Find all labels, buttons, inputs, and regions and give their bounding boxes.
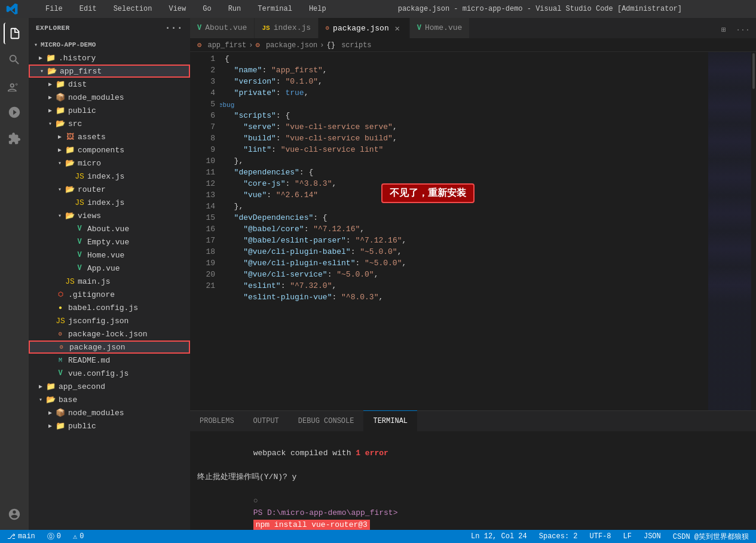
activity-account[interactable]	[4, 504, 25, 525]
sidebar-item-base-node-modules[interactable]: ▶ 📦 node_modules	[29, 406, 190, 419]
status-language[interactable]: JSON	[641, 532, 663, 541]
router-arrow: ▾	[55, 185, 65, 194]
sidebar-item-empty-vue[interactable]: ▶ V Empty.vue	[29, 235, 190, 249]
sidebar-item-micro[interactable]: ▾ 📂 micro	[29, 157, 190, 170]
status-eol[interactable]: LF	[621, 532, 634, 541]
views-arrow: ▾	[55, 211, 65, 220]
activity-explorer[interactable]	[4, 23, 25, 44]
router-label: router	[78, 185, 185, 194]
tab-problems[interactable]: PROBLEMS	[190, 410, 244, 431]
main-js-icon: JS	[65, 276, 75, 287]
sidebar-item-components[interactable]: ▶ 📁 components	[29, 143, 190, 157]
tab-index-js[interactable]: JS index.js	[255, 18, 319, 38]
sidebar-item-home-vue[interactable]: ▶ V Home.vue	[29, 249, 190, 262]
status-encoding[interactable]: UTF-8	[587, 532, 614, 541]
components-label: components	[78, 146, 185, 155]
code-line-5: "scripts": {	[225, 110, 708, 121]
sidebar-item-base[interactable]: ▾ 📂 base	[29, 393, 190, 406]
sidebar-item-babel[interactable]: ▶ ● babel.config.js	[29, 301, 190, 314]
line-num-15: 15	[190, 212, 215, 223]
tab-package-json[interactable]: ⚙ package.json ✕	[319, 18, 410, 38]
jsconfig-label: jsconfig.json	[68, 317, 185, 326]
sidebar-item-views[interactable]: ▾ 📂 views	[29, 209, 190, 222]
tab-home-vue-label: Home.vue	[425, 23, 462, 32]
sidebar-item-package-json[interactable]: ▶ ⚙ package.json	[29, 340, 190, 354]
menu-help[interactable]: Help	[305, 4, 330, 14]
more-actions-button[interactable]: ···	[734, 22, 751, 38]
app-second-label: app_second	[59, 382, 185, 391]
split-editor-button[interactable]: ⊞	[715, 22, 732, 38]
code-line-10: "dependencies": {	[225, 167, 708, 178]
terminal-content[interactable]: webpack compiled with 1 error 终止批处理操作吗(Y…	[190, 432, 756, 530]
sidebar-item-vue-config[interactable]: ▶ V vue.config.js	[29, 367, 190, 380]
tab-output[interactable]: OUTPUT	[244, 410, 289, 431]
tree-root[interactable]: ▾ MICRO-APP-DEMO	[29, 38, 190, 51]
sidebar-item-node-modules[interactable]: ▶ 📦 node_modules	[29, 91, 190, 104]
sidebar-more-button[interactable]: ···	[165, 23, 183, 33]
tab-package-json-close[interactable]: ✕	[393, 23, 402, 33]
breadcrumb-app-first[interactable]: ⚙ app_first	[197, 41, 246, 50]
terminal-line-1: webpack compiled with 1 error	[197, 435, 749, 471]
status-warnings[interactable]: ⚠ 0	[71, 532, 86, 541]
sidebar-item-history[interactable]: ▶ 📁 .history	[29, 51, 190, 65]
status-position[interactable]: Ln 12, Col 24	[469, 532, 529, 541]
package-lock-icon: ⚙	[55, 329, 66, 339]
sidebar-item-micro-index[interactable]: ▶ JS index.js	[29, 170, 190, 183]
app-first-label: app_first	[60, 67, 184, 76]
sidebar-item-about-vue[interactable]: ▶ V About.vue	[29, 222, 190, 235]
sidebar-item-app-vue[interactable]: ▶ V App.vue	[29, 262, 190, 275]
status-branch[interactable]: ⎇ main	[5, 532, 38, 541]
tab-home-vue[interactable]: V Home.vue	[410, 18, 470, 38]
tab-about-vue[interactable]: V About.vue	[190, 18, 255, 38]
tab-home-vue-icon: V	[417, 24, 421, 32]
menu-run[interactable]: Run	[225, 4, 245, 14]
minimap-canvas	[708, 52, 756, 410]
views-label: views	[78, 211, 185, 220]
watermark-text: CSDN @笑到世界都狼狈	[673, 532, 749, 542]
node-modules-label: node_modules	[68, 93, 185, 102]
sidebar-item-public[interactable]: ▶ 📁 public	[29, 104, 190, 117]
tab-debug-console[interactable]: DEBUG CONSOLE	[289, 410, 364, 431]
line-num-9: 9	[190, 144, 215, 155]
sidebar-item-assets[interactable]: ▶ 🖼 assets	[29, 130, 190, 143]
code-line-17: "@vue/cli-plugin-babel": "~5.0.0",	[225, 246, 708, 257]
sidebar-item-jsconfig[interactable]: ▶ JS jsconfig.json	[29, 314, 190, 327]
code-line-2: "name": "app_first",	[225, 65, 708, 76]
menu-terminal[interactable]: Terminal	[254, 4, 296, 14]
menu-edit[interactable]: Edit	[76, 4, 100, 14]
content-area: V About.vue JS index.js ⚙ package.json ✕…	[190, 18, 756, 530]
breadcrumb-package-json[interactable]: ⚙ package.json	[255, 41, 317, 50]
status-spaces[interactable]: Spaces: 2	[537, 532, 580, 541]
sidebar-item-gitignore[interactable]: ▶ ⬡ .gitignore	[29, 288, 190, 301]
sidebar-item-package-lock[interactable]: ▶ ⚙ package-lock.json	[29, 327, 190, 340]
breadcrumb-sep-1: ›	[249, 41, 253, 50]
line-num-1: 1	[190, 53, 215, 65]
sidebar-item-dist[interactable]: ▶ 📁 dist	[29, 78, 190, 91]
tab-terminal[interactable]: TERMINAL	[363, 410, 417, 431]
sidebar-item-app-second[interactable]: ▶ 📁 app_second	[29, 380, 190, 393]
menu-selection[interactable]: Selection	[110, 4, 156, 14]
sidebar-item-base-public[interactable]: ▶ 📁 public	[29, 419, 190, 432]
menu-file[interactable]: File	[42, 4, 66, 14]
sidebar-item-app-first[interactable]: ▾ 📂 app_first	[29, 65, 190, 78]
sidebar-item-readme[interactable]: ▶ M README.md	[29, 354, 190, 367]
node-modules-arrow: ▶	[45, 93, 55, 102]
activity-extensions[interactable]	[4, 128, 25, 149]
code-content[interactable]: 不见了，重新安装 { "name": "app_first", "version…	[220, 52, 708, 410]
breadcrumb-scripts[interactable]: {} scripts	[327, 41, 372, 50]
menu-go[interactable]: Go	[199, 4, 215, 14]
activity-search[interactable]	[4, 49, 25, 70]
sidebar-item-main-js[interactable]: ▶ JS main.js	[29, 275, 190, 288]
activity-run[interactable]	[4, 102, 25, 123]
scrollbar-thumb[interactable]	[752, 53, 755, 89]
activity-source-control[interactable]	[4, 75, 25, 97]
sidebar-item-src[interactable]: ▾ 📂 src	[29, 117, 190, 130]
assets-label: assets	[78, 133, 185, 142]
sidebar-item-router-index[interactable]: ▶ JS index.js	[29, 196, 190, 209]
menu-view[interactable]: View	[165, 4, 189, 14]
line-num-21: 21	[190, 280, 215, 292]
scrollbar-track[interactable]	[751, 52, 756, 410]
sidebar-item-router[interactable]: ▾ 📂 router	[29, 183, 190, 196]
line-num-17: 17	[190, 235, 215, 246]
status-errors[interactable]: ⓪ 0	[45, 532, 63, 542]
